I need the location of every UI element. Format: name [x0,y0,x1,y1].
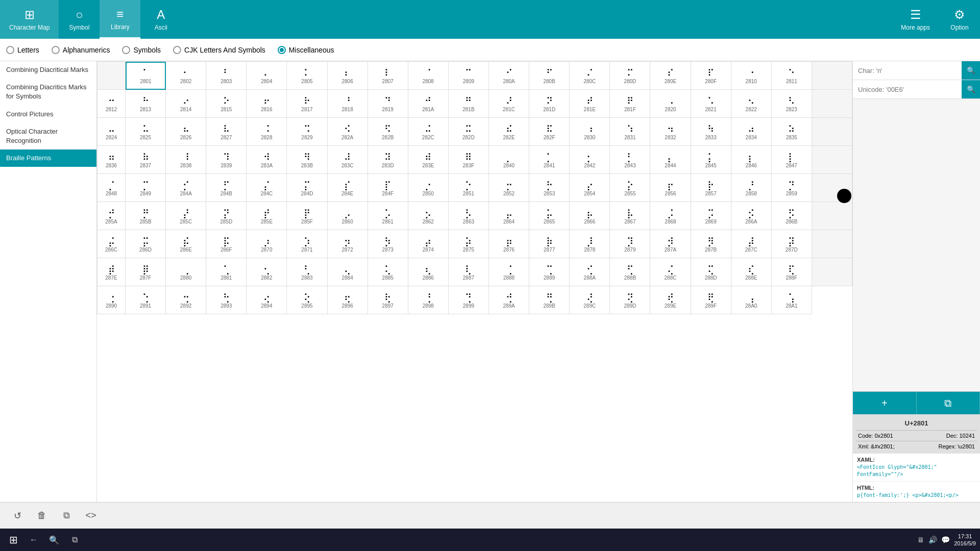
char-cell-2858[interactable]: ⡘2858 [731,174,772,202]
sidebar-item-control-pictures[interactable]: Control Pictures [0,106,96,123]
toolbar-option[interactable]: ⚙ Option [939,0,980,39]
char-cell-2824[interactable]: ⠤2824 [97,118,126,146]
char-cell-2881[interactable]: ⢁2881 [206,258,247,286]
char-cell-284F[interactable]: ⡏284F [368,174,408,202]
toolbar-library[interactable]: ≡ Library [100,0,140,39]
char-cell-282C[interactable]: ⠬282C [408,118,449,146]
char-cell-2868[interactable]: ⡨2868 [650,202,691,230]
char-cell-283B[interactable]: ⠻283B [287,146,327,174]
char-cell-2812[interactable]: ⠒2812 [97,90,126,118]
char-cell-283F[interactable]: ⠿283F [449,146,489,174]
char-cell-2852[interactable]: ⡒2852 [489,174,529,202]
char-cell-2801[interactable]: ⠁2801 [126,62,166,90]
char-cell-2860[interactable]: ⡠2860 [328,202,368,230]
char-cell-2835[interactable]: ⠵2835 [772,118,812,146]
char-cell-2887[interactable]: ⢇2887 [449,258,489,286]
char-cell-2823[interactable]: ⠣2823 [772,90,812,118]
char-cell-287B[interactable]: ⡻287B [691,230,731,258]
char-cell-2894[interactable]: ⢔2894 [247,286,287,314]
char-cell-2850[interactable]: ⡐2850 [408,174,449,202]
char-cell-285C[interactable]: ⡜285C [166,202,206,230]
char-cell-288E[interactable]: ⢎288E [731,258,772,286]
char-cell-2859[interactable]: ⡙2859 [772,174,812,202]
char-cell-285E[interactable]: ⡞285E [247,202,287,230]
char-cell-287D[interactable]: ⡽287D [772,230,812,258]
char-cell-2885[interactable]: ⢅2885 [368,258,408,286]
char-cell-2821[interactable]: ⠡2821 [691,90,731,118]
char-cell-286D[interactable]: ⡭286D [126,230,166,258]
char-cell-2804[interactable]: ⠄2804 [247,62,287,90]
char-cell-2861[interactable]: ⡡2861 [368,202,408,230]
char-cell-2897[interactable]: ⢗2897 [368,286,408,314]
char-cell-287A[interactable]: ⡺287A [650,230,691,258]
char-cell-286C[interactable]: ⡬286C [97,230,126,258]
char-cell-2877[interactable]: ⡷2877 [529,230,570,258]
filter-alphanumerics[interactable]: Alphanumerics [52,46,110,54]
char-cell-2822[interactable]: ⠢2822 [731,90,772,118]
char-cell-2888[interactable]: ⢈2888 [489,258,529,286]
char-cell-280A[interactable]: ⠊280A [489,62,529,90]
char-cell-2865[interactable]: ⡥2865 [529,202,570,230]
char-cell-2806[interactable]: ⠆2806 [328,62,368,90]
filter-symbols[interactable]: Symbols [122,46,161,54]
char-cell-2844[interactable]: ⡄2844 [650,146,691,174]
refresh-button[interactable]: ↺ [8,507,27,525]
char-cell-288A[interactable]: ⢊288A [570,258,610,286]
char-cell-2811[interactable]: ⠑2811 [772,62,812,90]
char-cell-2813[interactable]: ⠓2813 [126,90,166,118]
char-cell-2849[interactable]: ⡉2849 [126,174,166,202]
unicode-search-button[interactable]: 🔍 [962,80,980,98]
char-search-button[interactable]: 🔍 [962,61,980,80]
toolbar-more-apps[interactable]: ☰ More apps [892,0,939,39]
char-cell-2807[interactable]: ⠇2807 [368,62,408,90]
char-cell-2827[interactable]: ⠧2827 [206,118,247,146]
start-button[interactable]: ⊞ [4,531,22,549]
char-cell-2869[interactable]: ⡩2869 [691,202,731,230]
char-cell-2855[interactable]: ⡕2855 [610,174,650,202]
toolbar-character-map[interactable]: ⊞ Character Map [0,0,59,39]
char-cell-2834[interactable]: ⠴2834 [731,118,772,146]
radio-alphanumerics[interactable] [52,46,60,54]
char-cell-2898[interactable]: ⢘2898 [408,286,449,314]
char-cell-287F[interactable]: ⡿287F [126,258,166,286]
char-cell-285A[interactable]: ⡚285A [97,202,126,230]
copy-all-button[interactable]: ⧉ [57,507,76,525]
char-cell-2845[interactable]: ⡅2845 [691,146,731,174]
back-button[interactable]: ← [24,531,43,549]
char-cell-2857[interactable]: ⡗2857 [691,174,731,202]
char-cell-283D[interactable]: ⠽283D [368,146,408,174]
char-cell-280F[interactable]: ⠏280F [691,62,731,90]
char-cell-289B[interactable]: ⢛289B [529,286,570,314]
char-cell-2831[interactable]: ⠱2831 [610,118,650,146]
char-cell-284A[interactable]: ⡊284A [166,174,206,202]
char-cell-2842[interactable]: ⡂2842 [570,146,610,174]
toolbar-ascii[interactable]: A Ascii [140,0,181,39]
char-cell-2875[interactable]: ⡵2875 [449,230,489,258]
char-cell-2899[interactable]: ⢙2899 [449,286,489,314]
char-cell-283C[interactable]: ⠼283C [328,146,368,174]
char-cell-2803[interactable]: ⠃2803 [206,62,247,90]
char-cell-28A0[interactable]: ⢠28A0 [731,286,772,314]
char-cell-2886[interactable]: ⢆2886 [408,258,449,286]
char-cell-2895[interactable]: ⢕2895 [287,286,327,314]
sidebar-item-combining-diacritics[interactable]: Combining Diacritics Marks for Symbols [0,79,96,105]
char-cell-2856[interactable]: ⡖2856 [650,174,691,202]
char-cell-289A[interactable]: ⢚289A [489,286,529,314]
char-cell-2866[interactable]: ⡦2866 [570,202,610,230]
char-cell-288D[interactable]: ⢍288D [691,258,731,286]
char-cell-285F[interactable]: ⡟285F [287,202,327,230]
char-cell-286E[interactable]: ⡮286E [166,230,206,258]
char-cell-2817[interactable]: ⠗2817 [287,90,327,118]
char-cell-2892[interactable]: ⢒2892 [166,286,206,314]
sidebar-item-combining-diacritical[interactable]: Combining Diacritical Marks [0,61,96,79]
char-cell-2878[interactable]: ⡸2878 [570,230,610,258]
char-cell-2840[interactable]: ⡀2840 [489,146,529,174]
char-cell-289F[interactable]: ⢟289F [691,286,731,314]
char-cell-2829[interactable]: ⠩2829 [287,118,327,146]
toolbar-symbol[interactable]: ○ Symbol [59,0,100,39]
char-cell-282D[interactable]: ⠭282D [449,118,489,146]
char-cell-2837[interactable]: ⠷2837 [126,146,166,174]
char-cell-2826[interactable]: ⠦2826 [166,118,206,146]
char-cell-2873[interactable]: ⡳2873 [368,230,408,258]
char-cell-282E[interactable]: ⠮282E [489,118,529,146]
